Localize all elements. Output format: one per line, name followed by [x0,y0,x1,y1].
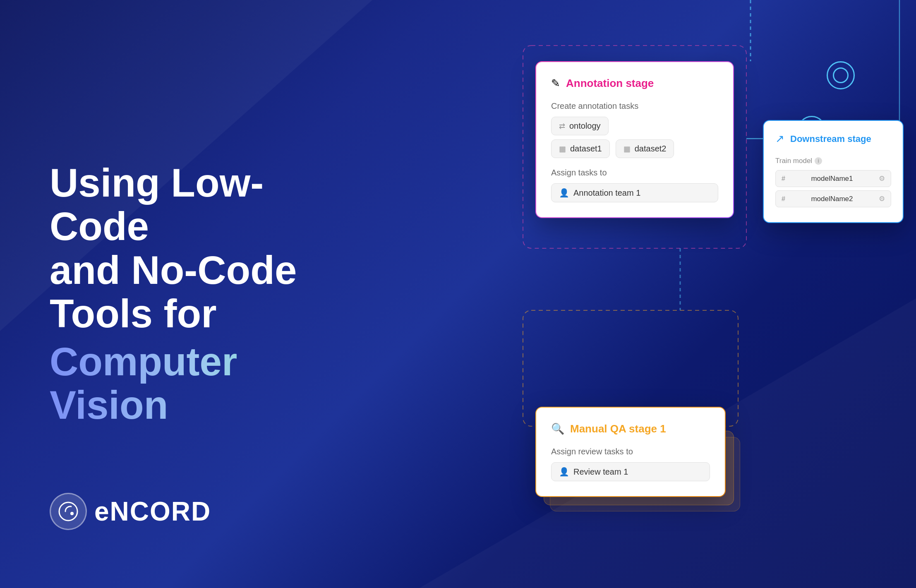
model1-label: modelName1 [811,175,853,183]
downstream-card-title: Downstream stage [790,134,871,144]
annotation-card-header: ✎ Annotation stage [551,77,718,90]
ontology-icon: ⇄ [559,122,565,131]
annotation-card-title: Annotation stage [566,77,654,90]
manual-qa-card-title: Manual QA stage 1 [570,422,666,435]
downstream-stage-card: ↗ Downstream stage Train model i # model… [763,120,904,223]
logo-container: eNCORD [50,493,211,530]
review-team-pill: 👤 Review team 1 [551,462,710,481]
annotation-icon: ✎ [551,77,560,90]
annotation-person-icon: 👤 [559,188,569,198]
dataset2-pill: ▦ dataset2 [616,139,674,158]
dataset1-pill: ▦ dataset1 [551,139,610,158]
manual-qa-icon: 🔍 [551,422,564,435]
model2-gear-icon: ⚙ [879,194,885,203]
manual-qa-card-header: 🔍 Manual QA stage 1 [551,422,710,435]
review-person-icon: 👤 [559,467,569,477]
annotation-stage-card: ✎ Annotation stage Create annotation tas… [535,61,734,218]
train-model-label: Train model i [775,157,891,165]
downstream-card-header: ↗ Downstream stage [775,132,891,145]
logo-icon [50,493,87,530]
heading-line1: Using Low-Code [50,161,264,249]
model2-row: # modelName2 ⚙ [775,190,891,207]
annotation-team-pill: 👤 Annotation team 1 [551,183,718,202]
annotation-team-label: Annotation team 1 [573,188,640,198]
heading-line2: and No-Code Tools for [50,248,297,336]
info-icon: i [815,157,822,165]
model2-icon: # [782,195,785,203]
ontology-label: ontology [569,121,601,131]
datasets-row: ▦ dataset1 ▦ dataset2 [551,139,718,162]
model1-gear-icon: ⚙ [879,174,885,183]
dataset2-label: dataset2 [635,144,667,154]
annotation-section1-label: Create annotation tasks [551,101,718,111]
heading-main: Using Low-Code and No-Code Tools for [50,161,348,336]
svg-point-0 [59,502,77,521]
annotation-section2-label: Assign tasks to [551,168,718,178]
dataset1-label: dataset1 [570,144,602,154]
model1-icon: # [782,175,785,182]
dataset2-icon: ▦ [623,144,631,154]
ontology-pill: ⇄ ontology [551,117,609,135]
manual-qa-stage-card: 🔍 Manual QA stage 1 Assign review tasks … [535,407,726,497]
downstream-icon: ↗ [775,132,784,145]
svg-point-1 [70,512,74,515]
model1-row: # modelName1 ⚙ [775,170,891,187]
manual-qa-section-label: Assign review tasks to [551,447,710,456]
train-model-text: Train model [775,157,812,165]
model2-label: modelName2 [811,195,853,203]
node-inner-1 [833,67,849,83]
dataset1-icon: ▦ [559,144,566,154]
review-team-label: Review team 1 [573,467,628,477]
left-content: Using Low-Code and No-Code Tools for Com… [50,161,348,427]
logo-text: eNCORD [94,496,211,527]
cards-area: ✎ Annotation stage Create annotation tas… [461,0,916,588]
heading-highlight: Computer Vision [50,340,348,427]
